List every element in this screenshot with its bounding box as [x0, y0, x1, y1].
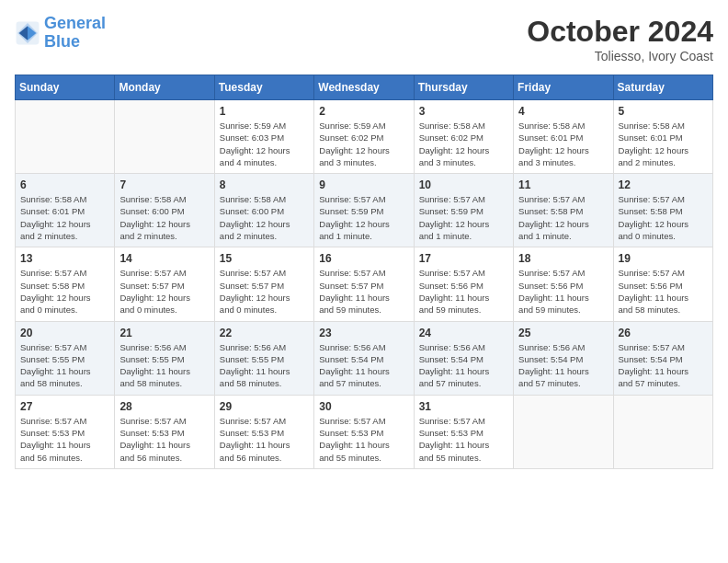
day-info: Sunrise: 5:57 AM Sunset: 5:58 PM Dayligh…	[20, 267, 109, 316]
day-number: 27	[20, 400, 109, 413]
day-info: Sunrise: 5:58 AM Sunset: 6:01 PM Dayligh…	[20, 193, 109, 242]
week-row-5: 27Sunrise: 5:57 AM Sunset: 5:53 PM Dayli…	[16, 395, 713, 468]
day-info: Sunrise: 5:57 AM Sunset: 5:53 PM Dayligh…	[119, 415, 209, 464]
calendar-cell: 25Sunrise: 5:56 AM Sunset: 5:54 PM Dayli…	[514, 321, 613, 395]
day-info: Sunrise: 5:56 AM Sunset: 5:55 PM Dayligh…	[220, 341, 309, 390]
day-info: Sunrise: 5:57 AM Sunset: 5:53 PM Dayligh…	[319, 415, 408, 464]
day-number: 16	[319, 252, 408, 265]
calendar-cell: 18Sunrise: 5:57 AM Sunset: 5:56 PM Dayli…	[514, 247, 613, 321]
header-friday: Friday	[514, 75, 613, 100]
calendar-cell: 31Sunrise: 5:57 AM Sunset: 5:53 PM Dayli…	[414, 395, 513, 468]
calendar-cell: 12Sunrise: 5:57 AM Sunset: 5:58 PM Dayli…	[613, 174, 712, 247]
day-info: Sunrise: 5:57 AM Sunset: 5:53 PM Dayligh…	[419, 415, 508, 464]
day-info: Sunrise: 5:57 AM Sunset: 5:58 PM Dayligh…	[619, 193, 708, 242]
page-header: General Blue October 2024 Toliesso, Ivor…	[15, 15, 713, 63]
week-row-2: 6Sunrise: 5:58 AM Sunset: 6:01 PM Daylig…	[16, 174, 713, 247]
day-number: 1	[220, 105, 309, 118]
day-number: 5	[619, 105, 708, 118]
calendar-cell	[115, 100, 214, 174]
calendar-cell: 21Sunrise: 5:56 AM Sunset: 5:55 PM Dayli…	[115, 321, 214, 395]
day-number: 11	[518, 178, 608, 191]
day-number: 23	[319, 327, 408, 339]
day-info: Sunrise: 5:57 AM Sunset: 5:56 PM Dayligh…	[518, 267, 608, 316]
day-info: Sunrise: 5:58 AM Sunset: 6:01 PM Dayligh…	[619, 120, 708, 168]
calendar-header-row: SundayMondayTuesdayWednesdayThursdayFrid…	[16, 75, 713, 100]
calendar-cell: 17Sunrise: 5:57 AM Sunset: 5:56 PM Dayli…	[414, 247, 513, 321]
day-number: 20	[20, 327, 109, 339]
day-info: Sunrise: 5:57 AM Sunset: 5:56 PM Dayligh…	[619, 267, 708, 316]
calendar-cell	[16, 100, 115, 174]
day-number: 3	[419, 105, 508, 118]
calendar-cell: 16Sunrise: 5:57 AM Sunset: 5:57 PM Dayli…	[314, 247, 414, 321]
day-info: Sunrise: 5:56 AM Sunset: 5:55 PM Dayligh…	[119, 341, 209, 390]
day-number: 24	[419, 327, 508, 339]
calendar-cell: 20Sunrise: 5:57 AM Sunset: 5:55 PM Dayli…	[16, 321, 115, 395]
day-number: 13	[20, 252, 109, 265]
day-info: Sunrise: 5:59 AM Sunset: 6:03 PM Dayligh…	[220, 120, 309, 168]
calendar-cell: 2Sunrise: 5:59 AM Sunset: 6:02 PM Daylig…	[314, 100, 414, 174]
day-info: Sunrise: 5:58 AM Sunset: 6:00 PM Dayligh…	[119, 193, 209, 242]
month-title: October 2024	[527, 15, 713, 49]
day-number: 8	[220, 178, 309, 191]
day-info: Sunrise: 5:56 AM Sunset: 5:54 PM Dayligh…	[518, 341, 608, 390]
day-info: Sunrise: 5:58 AM Sunset: 6:00 PM Dayligh…	[220, 193, 309, 242]
day-number: 30	[319, 400, 408, 413]
day-number: 7	[119, 178, 209, 191]
header-thursday: Thursday	[414, 75, 513, 100]
calendar-cell: 3Sunrise: 5:58 AM Sunset: 6:02 PM Daylig…	[414, 100, 513, 174]
header-monday: Monday	[115, 75, 214, 100]
day-info: Sunrise: 5:57 AM Sunset: 5:55 PM Dayligh…	[20, 341, 109, 390]
calendar-cell: 26Sunrise: 5:57 AM Sunset: 5:54 PM Dayli…	[613, 321, 712, 395]
day-number: 15	[220, 252, 309, 265]
day-number: 12	[619, 178, 708, 191]
logo: General Blue	[15, 15, 106, 52]
calendar-cell: 1Sunrise: 5:59 AM Sunset: 6:03 PM Daylig…	[214, 100, 313, 174]
calendar-cell: 9Sunrise: 5:57 AM Sunset: 5:59 PM Daylig…	[314, 174, 414, 247]
day-number: 2	[319, 105, 408, 118]
calendar-cell: 14Sunrise: 5:57 AM Sunset: 5:57 PM Dayli…	[115, 247, 214, 321]
calendar-cell: 10Sunrise: 5:57 AM Sunset: 5:59 PM Dayli…	[414, 174, 513, 247]
day-number: 22	[220, 327, 309, 339]
logo-icon	[15, 20, 40, 46]
week-row-4: 20Sunrise: 5:57 AM Sunset: 5:55 PM Dayli…	[16, 321, 713, 395]
header-tuesday: Tuesday	[214, 75, 313, 100]
day-info: Sunrise: 5:57 AM Sunset: 5:53 PM Dayligh…	[220, 415, 309, 464]
day-number: 6	[20, 178, 109, 191]
calendar-table: SundayMondayTuesdayWednesdayThursdayFrid…	[15, 75, 713, 469]
calendar-cell: 11Sunrise: 5:57 AM Sunset: 5:58 PM Dayli…	[514, 174, 613, 247]
calendar-cell: 27Sunrise: 5:57 AM Sunset: 5:53 PM Dayli…	[16, 395, 115, 468]
day-number: 28	[119, 400, 209, 413]
day-number: 4	[518, 105, 608, 118]
day-info: Sunrise: 5:57 AM Sunset: 5:58 PM Dayligh…	[518, 193, 608, 242]
day-info: Sunrise: 5:59 AM Sunset: 6:02 PM Dayligh…	[319, 120, 408, 168]
day-number: 21	[119, 327, 209, 339]
day-number: 9	[319, 178, 408, 191]
calendar-cell: 22Sunrise: 5:56 AM Sunset: 5:55 PM Dayli…	[214, 321, 313, 395]
header-saturday: Saturday	[613, 75, 712, 100]
calendar-cell: 23Sunrise: 5:56 AM Sunset: 5:54 PM Dayli…	[314, 321, 414, 395]
day-info: Sunrise: 5:57 AM Sunset: 5:53 PM Dayligh…	[20, 415, 109, 464]
day-info: Sunrise: 5:57 AM Sunset: 5:57 PM Dayligh…	[319, 267, 408, 316]
day-info: Sunrise: 5:57 AM Sunset: 5:59 PM Dayligh…	[419, 193, 508, 242]
day-info: Sunrise: 5:57 AM Sunset: 5:56 PM Dayligh…	[419, 267, 508, 316]
calendar-cell: 24Sunrise: 5:56 AM Sunset: 5:54 PM Dayli…	[414, 321, 513, 395]
day-info: Sunrise: 5:56 AM Sunset: 5:54 PM Dayligh…	[319, 341, 408, 390]
calendar-cell: 6Sunrise: 5:58 AM Sunset: 6:01 PM Daylig…	[16, 174, 115, 247]
week-row-3: 13Sunrise: 5:57 AM Sunset: 5:58 PM Dayli…	[16, 247, 713, 321]
calendar-cell: 4Sunrise: 5:58 AM Sunset: 6:01 PM Daylig…	[514, 100, 613, 174]
day-number: 26	[619, 327, 708, 339]
day-info: Sunrise: 5:57 AM Sunset: 5:54 PM Dayligh…	[619, 341, 708, 390]
day-info: Sunrise: 5:56 AM Sunset: 5:54 PM Dayligh…	[419, 341, 508, 390]
calendar-cell: 29Sunrise: 5:57 AM Sunset: 5:53 PM Dayli…	[214, 395, 313, 468]
calendar-cell: 30Sunrise: 5:57 AM Sunset: 5:53 PM Dayli…	[314, 395, 414, 468]
day-info: Sunrise: 5:57 AM Sunset: 5:57 PM Dayligh…	[220, 267, 309, 316]
header-sunday: Sunday	[16, 75, 115, 100]
calendar-cell: 8Sunrise: 5:58 AM Sunset: 6:00 PM Daylig…	[214, 174, 313, 247]
calendar-cell	[613, 395, 712, 468]
calendar-cell: 5Sunrise: 5:58 AM Sunset: 6:01 PM Daylig…	[613, 100, 712, 174]
logo-text: General Blue	[44, 15, 106, 52]
day-number: 29	[220, 400, 309, 413]
calendar-cell	[514, 395, 613, 468]
calendar-cell: 7Sunrise: 5:58 AM Sunset: 6:00 PM Daylig…	[115, 174, 214, 247]
day-info: Sunrise: 5:57 AM Sunset: 5:57 PM Dayligh…	[119, 267, 209, 316]
